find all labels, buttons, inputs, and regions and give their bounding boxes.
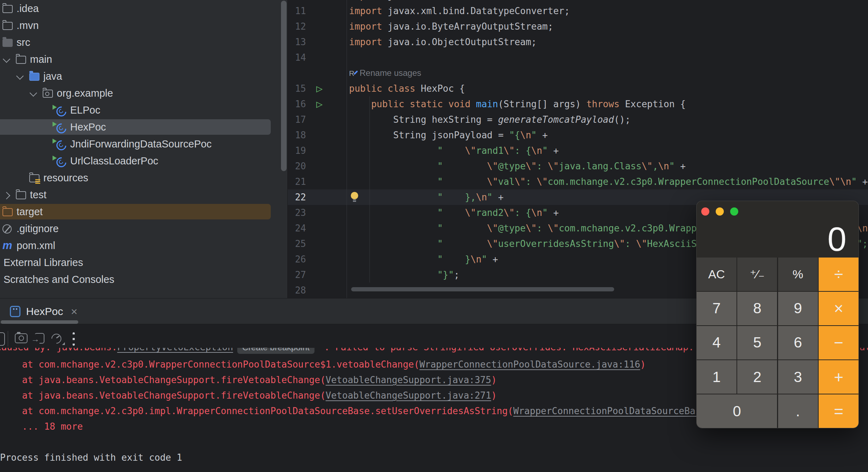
- calc-button-+[interactable]: +: [819, 360, 858, 394]
- chevron-right-icon[interactable]: [3, 192, 10, 199]
- tree-item-hexpoc[interactable]: HexPoc: [0, 119, 287, 135]
- tree-item--mvn[interactable]: .mvn: [0, 17, 287, 34]
- calculator-window[interactable]: 0 AC⁺⁄₋%÷789×456−123+0.=: [696, 201, 859, 428]
- profiler-gauge-icon[interactable]: [51, 334, 63, 344]
- editor-line-15: 15▷public class HexPoc {: [288, 81, 868, 96]
- calc-button-4[interactable]: 4: [697, 326, 736, 359]
- calc-button-3[interactable]: 3: [778, 360, 818, 394]
- stacktrace-link[interactable]: VetoableChangeSupport.java:375: [326, 375, 491, 385]
- code-text[interactable]: " \"rand2\": {\n" +: [349, 205, 559, 220]
- clipped-toolbar-icon[interactable]: [0, 332, 5, 346]
- chevron-down-icon[interactable]: [30, 89, 37, 97]
- calc-button-5[interactable]: 5: [737, 326, 777, 359]
- code-text[interactable]: " \"@type\": \"java.lang.Class\",\n" +: [349, 158, 686, 174]
- run-icon[interactable]: ▷: [316, 96, 323, 112]
- calc-button-7[interactable]: 7: [697, 292, 736, 325]
- tree-item-pom-xml[interactable]: mpom.xml: [0, 237, 287, 254]
- attach-import-icon[interactable]: [35, 333, 44, 344]
- editor-horizontal-scrollbar[interactable]: [351, 287, 614, 291]
- tree-item-main[interactable]: main: [0, 51, 287, 68]
- tree-item-elpoc[interactable]: ELPoc: [0, 102, 287, 119]
- chevron-down-icon[interactable]: [3, 55, 10, 63]
- calc-button-0[interactable]: 0: [697, 394, 777, 428]
- stacktrace-link[interactable]: VetoableChangeSupport.java:271: [326, 390, 491, 401]
- code-text[interactable]: import javax.xml.bind.DatatypeConverter;: [349, 3, 570, 19]
- calc-button-÷[interactable]: ÷: [819, 258, 858, 291]
- code-text[interactable]: String jsonPayload = "{\n" +: [349, 127, 548, 143]
- stacktrace-link[interactable]: WrapperConnectionPoolDataSource.java:116: [420, 359, 640, 370]
- line-number[interactable]: 11: [288, 3, 306, 19]
- tree-item-java[interactable]: java: [0, 68, 287, 85]
- code-text[interactable]: " \"val\": \"com.mchange.v2.c3p0.Wrapper…: [349, 174, 868, 189]
- code-text[interactable]: " \"rand1\": {\n" +: [349, 143, 559, 158]
- line-number[interactable]: 28: [288, 283, 306, 298]
- calc-button-9[interactable]: 9: [778, 292, 818, 325]
- calc-button-1[interactable]: 1: [697, 360, 736, 394]
- line-number[interactable]: 15: [288, 81, 306, 96]
- line-number[interactable]: 12: [288, 19, 306, 34]
- zoom-window-icon[interactable]: [730, 207, 738, 216]
- code-text[interactable]: import javax.xml.bind.annotation.XmlSche…: [349, 0, 586, 3]
- calc-button-⁺⁄₋[interactable]: ⁺⁄₋: [737, 258, 777, 291]
- calc-button-2[interactable]: 2: [737, 360, 777, 394]
- calc-button-−[interactable]: −: [819, 326, 858, 359]
- line-number[interactable]: 16: [288, 96, 306, 112]
- run-icon[interactable]: ▷: [316, 81, 323, 96]
- console-scrollbar-thumb[interactable]: [1, 320, 78, 324]
- line-number[interactable]: 21: [288, 174, 306, 189]
- calc-button-×[interactable]: ×: [819, 292, 858, 325]
- line-number[interactable]: 23: [288, 205, 306, 220]
- more-kebab-icon[interactable]: [73, 332, 75, 346]
- line-number[interactable]: 17: [288, 112, 306, 127]
- tree-item-scratches-and-consoles[interactable]: Scratches and Consoles: [0, 271, 287, 288]
- code-text[interactable]: "}";: [349, 267, 459, 283]
- close-window-icon[interactable]: [701, 207, 709, 216]
- line-number[interactable]: 24: [288, 220, 306, 236]
- tree-item-external-libraries[interactable]: External Libraries: [0, 254, 287, 271]
- calc-button-AC[interactable]: AC: [697, 258, 736, 291]
- line-number[interactable]: 10: [288, 0, 306, 3]
- code-text[interactable]: public static void main(String[] args) t…: [349, 96, 686, 112]
- code-text[interactable]: String hexString = generateTomcatPayload…: [349, 112, 630, 127]
- console-line: [0, 434, 868, 450]
- code-text[interactable]: import java.io.ObjectOutputStream;: [349, 34, 537, 50]
- console-text: Caused by: java.beans.: [0, 348, 117, 352]
- line-number[interactable]: 22: [288, 189, 306, 205]
- line-number[interactable]: 19: [288, 143, 306, 158]
- tree-item--gitignore[interactable]: .gitignore: [0, 220, 287, 237]
- line-number[interactable]: 18: [288, 127, 306, 143]
- calc-button-8[interactable]: 8: [737, 292, 777, 325]
- chevron-down-icon[interactable]: [16, 72, 24, 80]
- create-breakpoint-chip[interactable]: Create breakpoint: [237, 348, 314, 354]
- line-number[interactable]: 13: [288, 34, 306, 50]
- tree-scrollbar[interactable]: [281, 1, 287, 171]
- tree-item-org-example[interactable]: org.example: [0, 85, 287, 102]
- line-number[interactable]: 25: [288, 236, 306, 252]
- tree-item-src[interactable]: src: [0, 34, 287, 51]
- rename-usages-inlay[interactable]: RRename usages: [349, 65, 421, 81]
- line-number[interactable]: 26: [288, 252, 306, 267]
- code-text[interactable]: " },\n" +: [349, 189, 503, 205]
- calc-button-=[interactable]: =: [819, 394, 858, 428]
- calc-button-6[interactable]: 6: [778, 326, 818, 359]
- tree-item-resources[interactable]: resources: [0, 169, 287, 186]
- console-tab-hexpoc[interactable]: HexPoc ×: [10, 303, 78, 320]
- tree-item-label: UrlClassLoaderPoc: [70, 155, 158, 167]
- code-text[interactable]: " }\n" +: [349, 252, 498, 267]
- stacktrace-link[interactable]: PropertyVetoException: [117, 348, 233, 352]
- tree-item-target[interactable]: target: [0, 203, 287, 220]
- tree-item-jndiforwardingdatasourcepoc[interactable]: JndiForwardingDataSourcePoc: [0, 135, 287, 152]
- screenshot-camera-icon[interactable]: [15, 333, 27, 343]
- line-number[interactable]: 20: [288, 158, 306, 174]
- tree-item--idea[interactable]: .idea: [0, 0, 287, 17]
- line-number[interactable]: 14: [288, 50, 306, 65]
- calc-button-%[interactable]: %: [778, 258, 818, 291]
- code-text[interactable]: public class HexPoc {: [349, 81, 465, 96]
- minimize-window-icon[interactable]: [716, 207, 724, 216]
- close-icon[interactable]: ×: [71, 305, 78, 318]
- calc-button-.[interactable]: .: [778, 394, 818, 428]
- code-text[interactable]: import java.io.ByteArrayOutputStream;: [349, 19, 553, 34]
- tree-item-urlclassloaderpoc[interactable]: UrlClassLoaderPoc: [0, 152, 287, 169]
- line-number[interactable]: 27: [288, 267, 306, 283]
- tree-item-test[interactable]: test: [0, 186, 287, 203]
